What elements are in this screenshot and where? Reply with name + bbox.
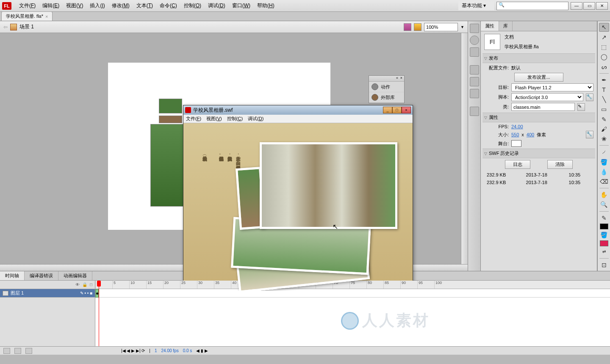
target-dropdown[interactable]: Flash Player 11.2: [511, 83, 593, 91]
swf-menu-debug[interactable]: 调试(D): [248, 116, 263, 122]
swf-minimize-button[interactable]: _: [383, 107, 392, 113]
menu-edit[interactable]: 编辑(E): [39, 0, 63, 11]
eye-icon[interactable]: 👁: [75, 282, 80, 287]
options-snap[interactable]: ⊡: [599, 261, 609, 269]
timeline-frames[interactable]: 1510152025303540455055606570758085909510…: [95, 281, 610, 346]
strip-library-icon[interactable]: [470, 65, 479, 74]
menu-window[interactable]: 窗口(W): [229, 0, 254, 11]
stroke-color[interactable]: ✎: [599, 213, 609, 222]
actions-panel-titlebar[interactable]: «×: [369, 76, 404, 82]
paint-bucket-tool[interactable]: 🪣: [599, 157, 609, 166]
publish-settings-button[interactable]: 发布设置...: [514, 73, 563, 82]
actions-panel-actions[interactable]: 动作: [369, 82, 404, 92]
line-tool[interactable]: ╲: [599, 95, 609, 104]
edit-symbol-icon[interactable]: [414, 23, 421, 31]
menu-file[interactable]: 文件(F): [16, 0, 39, 11]
strip-color-icon[interactable]: [470, 77, 479, 86]
swf-menu-control[interactable]: 控制(C): [227, 116, 243, 122]
free-transform-tool[interactable]: ⬚: [599, 43, 609, 51]
close-tab-icon[interactable]: ×: [45, 14, 48, 19]
swf-menu-file[interactable]: 文件(F): [186, 116, 201, 122]
text-tool[interactable]: T: [599, 85, 609, 94]
minimize-button[interactable]: —: [571, 2, 582, 10]
swf-titlebar[interactable]: 学校风景相册.swf _ □ ×: [183, 105, 413, 115]
lock-icon[interactable]: 🔒: [82, 282, 87, 287]
strip-presets-icon[interactable]: [470, 107, 479, 116]
maximize-button[interactable]: ▭: [583, 2, 595, 10]
section-properties[interactable]: ▽属性: [482, 113, 595, 122]
outline-icon[interactable]: □: [90, 282, 92, 287]
swap-colors[interactable]: ⇄: [599, 248, 609, 256]
tab-properties[interactable]: 属性: [481, 21, 499, 31]
deco-tool[interactable]: ❀: [599, 135, 609, 143]
new-layer-button[interactable]: [3, 348, 10, 354]
3d-rotation-tool[interactable]: ◯: [599, 52, 609, 61]
size-height[interactable]: 400: [527, 132, 534, 137]
eraser-tool[interactable]: ⌫: [599, 177, 609, 186]
menu-control[interactable]: 控制(O): [180, 0, 205, 11]
class-edit-button[interactable]: ✎: [577, 103, 585, 111]
close-button[interactable]: ✕: [596, 2, 608, 10]
stroke-swatch[interactable]: [600, 223, 608, 229]
scrollbar-vertical[interactable]: [461, 33, 468, 264]
timeline-track[interactable]: [95, 289, 610, 298]
section-publish[interactable]: ▽发布: [482, 53, 595, 63]
script-settings-button[interactable]: 🔧: [586, 94, 593, 101]
strip-align-icon[interactable]: [470, 24, 479, 33]
bone-tool[interactable]: ⟋: [599, 148, 609, 156]
strip-transform-icon[interactable]: [470, 47, 479, 57]
hand-tool[interactable]: ✋: [599, 190, 609, 199]
menu-modify[interactable]: 修改(M): [108, 0, 133, 11]
back-arrow-icon[interactable]: ⇦: [3, 24, 8, 30]
lasso-tool[interactable]: ᔕ: [599, 62, 609, 71]
search-input[interactable]: 🔍: [496, 2, 568, 10]
swf-menu-view[interactable]: 视图(V): [206, 116, 222, 122]
pen-tool[interactable]: ✒: [599, 75, 609, 84]
selection-tool[interactable]: ↖: [599, 23, 609, 32]
tab-library[interactable]: 库: [499, 21, 513, 31]
tab-motion-editor[interactable]: 动画编辑器: [58, 271, 92, 280]
subselection-tool[interactable]: ↗: [599, 33, 609, 41]
script-dropdown[interactable]: ActionScript 3.0: [511, 93, 583, 101]
stage-color-swatch[interactable]: [511, 140, 521, 147]
zoom-dropdown[interactable]: [424, 23, 458, 31]
swf-maximize-button[interactable]: □: [392, 107, 402, 113]
fill-swatch[interactable]: [600, 240, 608, 246]
layer-icon: [3, 291, 8, 296]
layer-row[interactable]: 图层 1 ✎ • • ■: [0, 289, 95, 298]
swf-close-button[interactable]: ×: [402, 107, 411, 113]
menu-commands[interactable]: 命令(C): [156, 0, 180, 11]
fill-color[interactable]: 🪣: [599, 231, 609, 239]
menu-debug[interactable]: 调试(D): [205, 0, 229, 11]
tab-timeline[interactable]: 时间轴: [0, 271, 25, 280]
eyedropper-tool[interactable]: 💧: [599, 168, 609, 176]
strip-info-icon[interactable]: [470, 36, 479, 45]
keyframe-1[interactable]: [95, 289, 99, 298]
menu-view[interactable]: 视图(V): [63, 0, 86, 11]
menu-help[interactable]: 帮助(H): [254, 0, 278, 11]
size-width[interactable]: 550: [511, 132, 519, 137]
pencil-tool[interactable]: ✎: [599, 115, 609, 124]
new-folder-button[interactable]: [14, 348, 21, 354]
log-button[interactable]: 日志: [505, 160, 530, 169]
playhead[interactable]: [99, 281, 99, 346]
section-swf-history[interactable]: ▽SWF 历史记录: [482, 149, 595, 158]
brush-tool[interactable]: 🖌: [599, 125, 609, 133]
size-settings-button[interactable]: 🔧: [586, 131, 593, 138]
strip-swatches-icon[interactable]: [470, 89, 479, 98]
workspace-dropdown[interactable]: 基本功能 ▾: [458, 1, 494, 10]
menu-text[interactable]: 文本(T): [133, 0, 156, 11]
delete-layer-button[interactable]: [25, 348, 32, 354]
actions-panel-external-library[interactable]: 外部库: [369, 92, 404, 103]
fps-value[interactable]: 24.00: [511, 124, 523, 129]
clear-button[interactable]: 清除: [547, 160, 573, 169]
zoom-arrow-icon[interactable]: ▼: [460, 25, 464, 29]
rectangle-tool[interactable]: ▭: [599, 105, 609, 113]
tab-compiler-errors[interactable]: 编译器错误: [25, 271, 58, 280]
menu-insert[interactable]: 插入(I): [86, 0, 108, 11]
target-label: 目标:: [484, 84, 509, 91]
zoom-tool[interactable]: 🔍: [599, 200, 609, 209]
class-input[interactable]: [511, 103, 575, 111]
document-tab[interactable]: 学校风景相册. fla* ×: [1, 11, 53, 21]
edit-scene-icon[interactable]: [404, 23, 411, 31]
